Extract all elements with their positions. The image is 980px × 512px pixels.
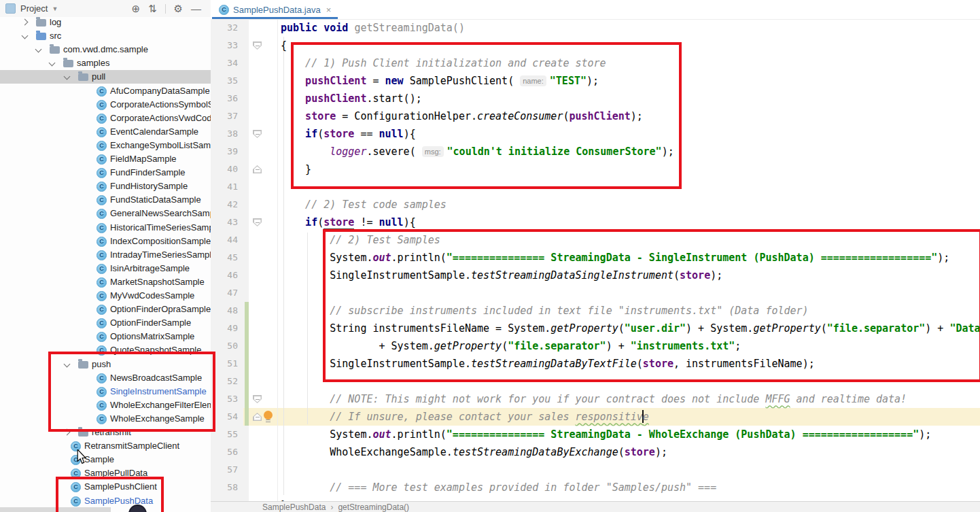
fold-start-icon[interactable] [253,41,262,50]
tree-item-FundHistorySample[interactable]: CFundHistorySample [0,180,211,193]
tree-item-ExchangeSymbolListSample[interactable]: CExchangeSymbolListSample [0,139,211,152]
code-line-58[interactable]: // === More test examples provided in fo… [281,479,716,496]
editor-area: C SamplePushData.java × 32public void ge… [211,0,980,512]
line-number: 35 [211,72,238,90]
tree-item-SamplePushClient[interactable]: CSamplePushClient [0,480,211,494]
line-number: 58 [211,479,238,496]
tree-item-OptionFinderOpraSample[interactable]: COptionFinderOpraSample [0,303,211,316]
tree-item-OptionFinderSample[interactable]: COptionFinderSample [0,316,211,330]
tree-item-samples[interactable]: samples [0,56,211,70]
chevron-down-icon[interactable] [64,73,71,80]
class-icon: C [219,5,229,15]
fold-end-icon[interactable] [253,165,262,173]
fold-start-icon[interactable] [253,218,262,226]
tree-item-SingleInstrumentSample[interactable]: CSingleInstrumentSample [0,385,211,398]
breadcrumb-method[interactable]: getStreamingData() [338,502,409,512]
separator [165,4,166,14]
class-icon: C [97,400,107,411]
tree-item-QuoteSnapshotSample[interactable]: CQuoteSnapshotSample [0,343,211,357]
tree-item-MyVwdCodesSample[interactable]: CMyVwdCodesSample [0,289,211,303]
tree-item-Sample[interactable]: CSample [0,453,211,466]
tree-item-SamplePullData[interactable]: CSamplePullData [0,466,211,480]
tree-item-RetransmitSampleClient[interactable]: CRetransmitSampleClient [0,439,211,453]
close-tab-icon[interactable]: × [326,5,332,15]
code-line-45[interactable]: System.out.println("=============== Stre… [281,249,949,267]
folder-icon [36,33,46,40]
intention-bulb-icon[interactable] [264,411,273,420]
code-line-44[interactable]: // 2) Test Samples [281,231,440,249]
code-line-37[interactable]: store = ConfigurationHelper.createConsum… [281,107,643,125]
tree-item-push[interactable]: push [0,358,211,371]
code-line-49[interactable]: String instrumentsFileName = System.getP… [281,320,980,337]
line-number: 43 [211,214,238,231]
tree-item-MarketSnapshotSample[interactable]: CMarketSnapshotSample [0,275,211,289]
chevron-right-icon[interactable] [22,19,29,26]
locate-icon[interactable]: ⊕ [131,3,140,14]
tree-item-FundFinderSample[interactable]: CFundFinderSample [0,166,211,180]
code-line-38[interactable]: if(store == null){ [281,125,416,143]
class-icon: C [97,277,107,288]
code-line-51[interactable]: SingleInstrumentSample.testStreamingData… [281,355,815,373]
chevron-right-icon[interactable] [64,429,71,436]
tree-item-GeneralNewsSearchSample[interactable]: CGeneralNewsSearchSample [0,207,211,220]
code-line-55[interactable]: System.out.println("=============== Stre… [281,426,931,443]
tree-item-com.vwd.dmc.sample[interactable]: com.vwd.dmc.sample [0,43,211,56]
chevron-down-icon[interactable] [49,60,56,67]
class-icon: C [71,468,81,479]
code-line-46[interactable]: SingleInstrumentSample.testStreamingData… [281,267,722,284]
tree-item-OptionsMatrixSample[interactable]: COptionsMatrixSample [0,330,211,343]
tree-item-retransmit[interactable]: retransmit [0,426,211,439]
tree-item-SamplePushData[interactable]: CSamplePushData [0,494,211,508]
tree-item-IndexCompositionSample[interactable]: CIndexCompositionSample [0,235,211,248]
tree-item-src[interactable]: src [0,29,211,43]
code-line-40[interactable]: } [281,160,311,178]
tab-label: SamplePushData.java [233,5,321,15]
tree-item-WholeExchangeSample[interactable]: CWholeExchangeSample [0,412,211,426]
project-panel-title[interactable]: Project [20,3,48,14]
tree-item-CorporateActionsSymbolSample[interactable]: CCorporateActionsSymbolSample [0,98,211,112]
code-line-56[interactable]: WholeExchangeSample.testStreamingDataByE… [281,443,667,461]
tree-item-HistoricalTimeSeriesSample[interactable]: CHistoricalTimeSeriesSample [0,221,211,235]
tree-item-NewsBroadcastSample[interactable]: CNewsBroadcastSample [0,371,211,385]
line-number: 42 [211,196,238,214]
chevron-down-icon[interactable] [22,33,29,39]
fold-start-icon[interactable] [253,395,262,403]
tab-sample-push-data[interactable]: C SamplePushData.java × [212,0,338,19]
collapse-all-icon[interactable]: ⇅ [148,3,157,14]
code-line-42[interactable]: // 2) Test code samples [281,196,447,214]
code-line-50[interactable]: + System.getProperty("file.separator") +… [281,337,741,355]
code-line-33[interactable]: { [281,37,287,54]
fold-start-icon[interactable] [253,130,262,138]
code-line-48[interactable]: // subscribe instruments included in tex… [281,302,809,320]
tree-item-WholeExchangeFilterElementSample[interactable]: CWholeExchangeFilterElementSample [0,398,211,412]
class-icon: C [97,168,107,178]
tree-item-IntradayTimeSeriesSample[interactable]: CIntradayTimeSeriesSample [0,248,211,262]
code-line-36[interactable]: pushClient.start(); [281,90,422,107]
code-line-32[interactable]: public void getStreamingData() [281,19,465,37]
tree-item-EventCalendarSample[interactable]: CEventCalendarSample [0,125,211,139]
code-line-34[interactable]: // 1) Push Client initialization and cre… [281,54,606,72]
code-line-53[interactable]: // NOTE: This might not work for you if … [281,390,907,408]
settings-icon[interactable]: ⚙ [174,3,183,14]
line-number: 55 [211,426,238,443]
chevron-down-icon[interactable] [35,46,42,53]
breadcrumb-class[interactable]: SamplePushData [262,502,326,512]
hide-panel-icon[interactable]: — [191,3,201,14]
chevron-down-icon[interactable]: ▼ [52,5,58,12]
tree-item-pull[interactable]: pull [0,70,211,84]
tree-item-label: SamplePullData [84,468,147,478]
code-line-43[interactable]: if(store != null){ [281,214,416,231]
tree-item-AfuCompanyDataSample[interactable]: CAfuCompanyDataSample [0,84,211,98]
tree-item-FundStaticDataSample[interactable]: CFundStaticDataSample [0,193,211,207]
code-line-39[interactable]: logger.severe( msg:"couldn't initialize … [281,143,674,160]
class-icon: C [97,154,107,165]
tree-item-label: WholeExchangeSample [110,413,205,424]
tree-item-log[interactable]: log [0,16,211,29]
tree-item-CorporateActionsVwdCodeSample[interactable]: CCorporateActionsVwdCodeSample [0,112,211,125]
code-line-54[interactable]: // If unsure, please contact your sales … [281,408,649,426]
tree-item-FieldMapSample[interactable]: CFieldMapSample [0,152,211,166]
tree-item-IsinArbitrageSample[interactable]: CIsinArbitrageSample [0,262,211,275]
chevron-down-icon[interactable] [64,360,71,367]
tree-item-label: IntradayTimeSeriesSample [110,250,211,260]
code-line-35[interactable]: pushClient = new SamplePushClient( name:… [281,72,599,90]
